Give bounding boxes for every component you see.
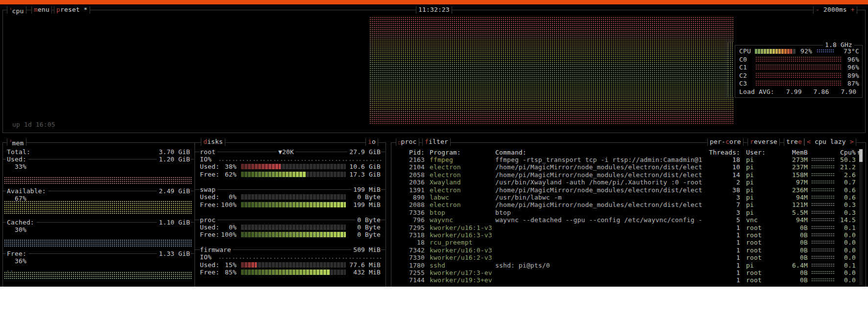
disk-io-indicator: ▼20K <box>277 148 295 156</box>
process-cpu-percent: 50.3 <box>836 156 856 163</box>
disks-title[interactable]: disks <box>201 138 225 146</box>
core-label: C1 <box>739 64 747 71</box>
process-threads: 1 <box>704 269 740 276</box>
process-cpu-percent: 0.6 <box>836 194 856 201</box>
process-user: pi <box>746 171 776 179</box>
process-row[interactable]: 2163ffmpegffmpeg -rtsp_transport tcp -i … <box>391 156 866 163</box>
process-mem: 94M <box>778 194 808 201</box>
process-row[interactable]: 7336btopbtop3pi5.5M0.3 <box>391 209 866 216</box>
process-row[interactable]: 7318kworker/u16:3-v31root0B0.0 <box>391 231 866 239</box>
process-threads: 18 <box>704 156 740 163</box>
disk-free-value: 17.3 GiB <box>338 171 381 178</box>
process-mem: 236M <box>778 186 808 194</box>
process-pid: 2036 <box>392 179 425 186</box>
proc-box-title[interactable]: □proc <box>396 138 419 146</box>
process-mem: 273M <box>778 156 808 163</box>
option-tree[interactable]: tree <box>784 138 804 146</box>
clock: 11:32:23 <box>416 6 452 14</box>
process-row[interactable]: 1391electron/home/pi/MagicMirror/node_mo… <box>391 186 866 194</box>
process-cpu-percent: 0.3 <box>836 209 856 216</box>
preset-button[interactable]: preset * <box>54 6 90 14</box>
disk-used-percent: 15% <box>211 261 237 269</box>
io-title[interactable]: io <box>365 138 378 146</box>
process-row[interactable]: 2088electron/home/pi/MagicMirror/node_mo… <box>391 201 866 208</box>
disk-free-percent: 85% <box>211 269 237 276</box>
process-user: pi <box>746 163 776 171</box>
process-user: root <box>746 239 776 246</box>
process-row[interactable]: 7295kworker/u16:1-v31root0B0.1 <box>391 224 866 231</box>
process-threads: 5 <box>704 216 740 224</box>
btop-screen: CPU92%73°CC096%C196%C289%C387%Load AVG: … <box>0 0 868 316</box>
menu-button[interactable]: menu <box>31 6 52 14</box>
disk-free-percent: 100% <box>211 201 237 208</box>
process-row[interactable]: 7255kworker/u17:3-ev1root0B0.0 <box>391 269 866 276</box>
process-row[interactable]: 2036Xwayland/usr/bin/Xwayland -auth /hom… <box>391 179 866 186</box>
interval-decrease-button: - <box>816 6 820 13</box>
cpu-stats-row: C289% <box>735 72 862 79</box>
disk-used-value: 10.6 GiB <box>338 163 381 170</box>
process-row[interactable]: 2058electron/home/pi/MagicMirror/node_mo… <box>391 171 866 179</box>
process-row[interactable]: 7330kworker/u16:2-v31root0B0.0 <box>391 254 866 261</box>
process-row[interactable]: 890labwc/usr/bin/labwc -m3pi94M0.6 <box>391 194 866 201</box>
process-cpu-percent: 0.0 <box>836 231 856 239</box>
disk-free-bar <box>241 172 346 177</box>
process-scrollbar[interactable] <box>859 149 863 285</box>
option-reverse[interactable]: reverse <box>747 138 780 146</box>
header-cpu: Cpu% <box>836 149 856 156</box>
process-cpu-percent: 2.6 <box>836 171 856 179</box>
process-scrollbar-thumb[interactable] <box>859 149 863 162</box>
sort-next-arrow: > <box>850 138 854 145</box>
proc-box: Pid:Program:Command:Threads:User:MemBCpu… <box>391 142 866 287</box>
mem-free-graph <box>4 272 193 279</box>
sort-selector[interactable]: < cpu lazy > <box>804 138 856 146</box>
cpu-stats-row: C387% <box>735 80 862 87</box>
core-percent: 96% <box>844 56 859 63</box>
window-accent-bar <box>0 0 868 4</box>
process-threads: 38 <box>704 186 740 194</box>
process-mem: 0B <box>778 269 808 276</box>
process-program: kworker/u16:1-v3 <box>430 224 492 231</box>
update-interval-control[interactable]: - 2000ms + <box>813 6 857 14</box>
disk-size: 199 MiB <box>351 186 381 193</box>
process-threads: 1 <box>704 224 740 231</box>
disk-free-bar-fill <box>241 232 346 237</box>
disk-used-row: Used:0%0 Byte <box>200 224 381 231</box>
process-row[interactable]: 18rcu_preempt1root0B0.0 <box>391 239 866 246</box>
disk-name: proc <box>200 216 217 224</box>
tab-cpu[interactable]: ¹cpu <box>7 6 26 14</box>
mem-entry-percent: 33% <box>15 163 26 170</box>
header-pid: Pid: <box>392 149 425 156</box>
mem-entry-row: Total:3.70 GiB <box>3 148 194 156</box>
process-threads: 3 <box>704 194 740 201</box>
process-row[interactable]: 7144kworker/u19:3+ev1root0B0.0 <box>391 276 866 284</box>
disk-free-bar-fill <box>241 270 330 275</box>
process-pid: 2088 <box>392 201 425 208</box>
mem-free-graph-start-dots: .. <box>6 266 14 273</box>
process-row[interactable]: 796wayvncwayvnc --detached --gpu --confi… <box>391 216 866 224</box>
mem-entry-value: 3.70 GiB <box>157 148 191 156</box>
header-threads: Threads: <box>704 149 740 156</box>
core-usage-graph <box>756 73 842 78</box>
disk-used-percent: 0% <box>211 224 237 231</box>
disk-used-row: Used:38%10.6 GiB <box>200 163 381 170</box>
option-per-core[interactable]: per-core <box>707 138 744 146</box>
process-cpu-percent: 0.0 <box>836 254 856 261</box>
process-user: vnc <box>746 216 776 224</box>
disk-name: swap <box>200 186 217 193</box>
process-cpu-percent: 0.1 <box>836 262 856 269</box>
header-command: Command: <box>495 149 703 156</box>
process-row[interactable]: 1780sshdsshd: pi@pts/01pi6.4M0.1 <box>391 262 866 269</box>
process-row[interactable]: 7342kworker/u16:0-v31root0B0.0 <box>391 247 866 254</box>
process-command: btop <box>495 209 703 216</box>
process-row[interactable]: 2104electron/home/pi/MagicMirror/node_mo… <box>391 163 866 171</box>
process-threads: 14 <box>704 171 740 179</box>
disk-free-row: Free:100%199 MiB <box>200 201 381 208</box>
process-cpu-percent: 0.0 <box>836 239 856 246</box>
core-label: C2 <box>739 72 747 79</box>
disk-used-row: Used:15%77.6 MiB <box>200 261 381 269</box>
proc-title-label: proc <box>401 138 417 145</box>
mem-box-title[interactable]: ²mem <box>7 138 26 146</box>
process-mem: 97M <box>778 179 808 186</box>
filter-button[interactable]: filter <box>422 138 451 146</box>
disk-free-bar <box>241 232 346 237</box>
